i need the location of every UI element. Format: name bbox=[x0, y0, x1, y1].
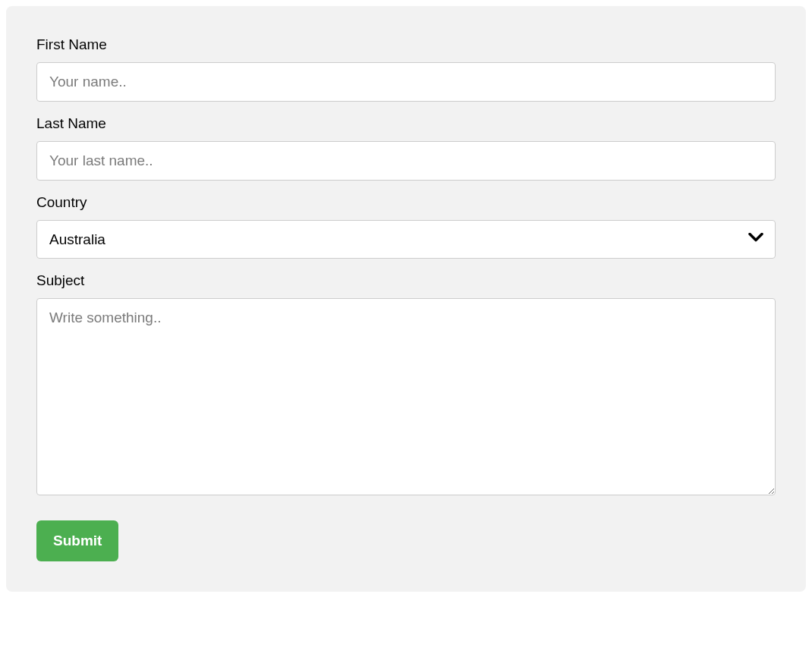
form-panel: First Name Last Name Country Australia S… bbox=[6, 6, 806, 592]
last-name-input[interactable] bbox=[36, 141, 776, 181]
submit-button[interactable]: Submit bbox=[36, 520, 118, 561]
first-name-label: First Name bbox=[36, 36, 776, 53]
country-label: Country bbox=[36, 194, 776, 211]
subject-textarea[interactable] bbox=[36, 298, 776, 495]
first-name-input[interactable] bbox=[36, 62, 776, 102]
country-select[interactable]: Australia bbox=[36, 220, 776, 259]
last-name-label: Last Name bbox=[36, 115, 776, 132]
subject-label: Subject bbox=[36, 272, 776, 289]
